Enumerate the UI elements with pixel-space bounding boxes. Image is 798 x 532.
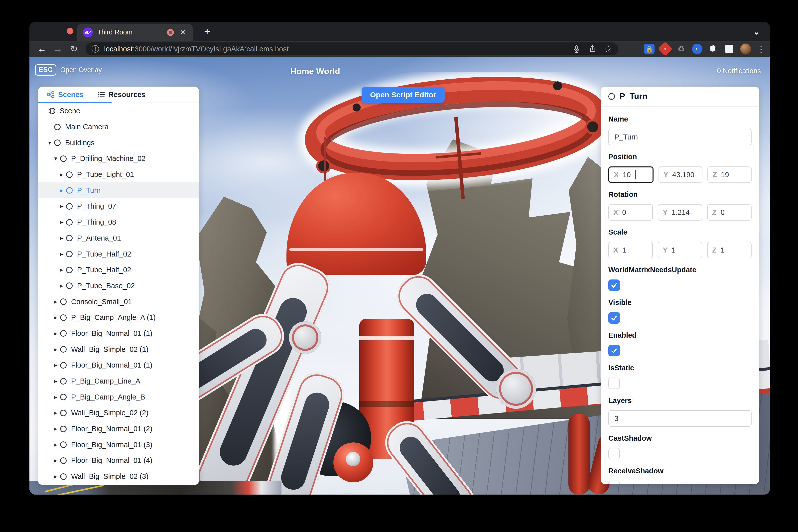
tree-row[interactable]: ▸ P_Big_Camp_Line_A	[38, 373, 199, 389]
tree-row[interactable]: ▾ P_Drilling_Machine_02	[38, 151, 199, 167]
expander-icon[interactable]: ▸	[59, 171, 64, 178]
document-extension-icon[interactable]: ◐	[692, 44, 702, 54]
name-input[interactable]	[608, 129, 752, 145]
tab-resources[interactable]: Resources	[98, 91, 146, 99]
password-extension-icon[interactable]: 🔒	[644, 44, 654, 54]
checkbox[interactable]	[608, 480, 620, 484]
globe-icon	[48, 107, 56, 115]
tree-row[interactable]: ▸ P_Tube_Half_02	[38, 246, 199, 262]
profile-avatar[interactable]	[740, 43, 751, 55]
red-pipe	[568, 414, 590, 495]
bookmark-star-icon[interactable]: ☆	[604, 44, 612, 54]
expander-icon[interactable]: ▸	[53, 378, 59, 384]
vector-input[interactable]: Y 43.190	[659, 167, 703, 183]
expander-icon[interactable]: ▸	[53, 441, 59, 448]
expander-icon[interactable]: ▸	[53, 425, 59, 432]
url-bar[interactable]: i localhost:3000/world/!vjrzmTVOcyIsLgaA…	[86, 42, 618, 55]
tree-row[interactable]: ▸ Wall_Big_Simple_02 (1)	[38, 341, 199, 357]
flag-label: ReceiveShadow	[608, 467, 752, 475]
reload-button[interactable]: ↻	[66, 44, 82, 54]
tree-row[interactable]: ▸ Wall_Big_Simple_02 (2)	[38, 405, 199, 421]
vector-input[interactable]: X 1	[608, 242, 653, 258]
checkbox[interactable]	[608, 448, 620, 459]
red-extension-icon[interactable]: •	[658, 41, 672, 56]
expander-icon[interactable]: ▸	[53, 299, 59, 305]
tree-row[interactable]: ▸ Floor_Big_Normal_01 (4)	[38, 453, 199, 469]
notifications-counter[interactable]: 0 Notifications	[717, 67, 761, 75]
close-window-button[interactable]	[67, 28, 73, 34]
tree-row[interactable]: ▸ Console_Small_01	[38, 294, 199, 310]
list-icon	[98, 91, 105, 98]
expander-icon[interactable]: ▸	[59, 266, 64, 273]
checkbox[interactable]	[608, 378, 620, 389]
node-circle-icon	[60, 394, 66, 400]
scale-label: Scale	[608, 228, 752, 236]
tree-row[interactable]: ▸ P_Antena_01	[38, 230, 199, 246]
tree-row[interactable]: ▸ P_Turn	[38, 183, 199, 198]
expander-icon[interactable]: ▸	[59, 251, 64, 258]
tree-row[interactable]: Main Camera	[38, 119, 199, 135]
tree-label: P_Tube_Half_02	[77, 250, 131, 258]
tree-row[interactable]: ▸ Wall_Big_Simple_02 (3)	[38, 469, 199, 484]
tree-row[interactable]: ▸ P_Tube_Base_02	[38, 278, 199, 294]
tree-row[interactable]: ▸ P_Big_Camp_Angle_A (1)	[38, 310, 199, 326]
tree-row[interactable]: ▸ P_Big_Camp_Angle_B	[38, 389, 199, 405]
new-tab-button[interactable]: +	[204, 26, 210, 36]
expander-icon[interactable]: ▸	[59, 219, 64, 226]
tree-row[interactable]: ▾ Buildings	[38, 135, 199, 151]
checkbox[interactable]	[608, 280, 620, 291]
open-script-editor-button[interactable]: Open Script Editor	[362, 87, 445, 103]
tree-row[interactable]: ▸ Floor_Big_Normal_01 (1)	[38, 357, 199, 373]
checkbox[interactable]	[608, 345, 620, 356]
tree-row[interactable]: ▸ Floor_Big_Normal_01 (2)	[38, 421, 199, 437]
tree-label: P_Big_Camp_Angle_A (1)	[71, 314, 156, 322]
forward-button[interactable]: →	[50, 44, 66, 54]
vector-input[interactable]: X 10	[608, 167, 653, 183]
tree-row[interactable]: Scene	[38, 103, 199, 119]
tree-row[interactable]: ▸ P_Thing_08	[38, 214, 199, 230]
expander-icon[interactable]: ▸	[59, 235, 64, 242]
expander-icon[interactable]: ▸	[53, 346, 59, 353]
recycle-extension-icon[interactable]: ♻	[676, 44, 686, 54]
tab-search-chevron-icon[interactable]: ⌄	[753, 27, 760, 36]
browser-menu-icon[interactable]: ⋮	[757, 44, 765, 54]
tab-scenes[interactable]: Scenes	[47, 91, 83, 99]
expander-icon[interactable]: ▸	[53, 394, 59, 400]
share-icon[interactable]	[588, 45, 597, 53]
node-circle-icon	[66, 251, 73, 257]
expander-icon[interactable]: ▾	[53, 155, 59, 162]
vector-value: 1	[721, 246, 725, 254]
sidebar-toggle-icon[interactable]	[724, 44, 734, 54]
expander-icon[interactable]: ▸	[53, 362, 59, 368]
expander-icon[interactable]: ▸	[53, 457, 59, 464]
back-button[interactable]: ←	[34, 44, 50, 54]
tree-row[interactable]: ▸ Floor_Big_Normal_01 (1)	[38, 326, 199, 342]
extensions-puzzle-icon[interactable]	[708, 44, 718, 54]
vector-input[interactable]: Z 0	[707, 204, 752, 221]
vector-input[interactable]: X 0	[608, 204, 653, 221]
flag-block: CastShadow	[608, 434, 752, 459]
microphone-icon[interactable]	[572, 45, 581, 53]
expander-icon[interactable]: ▸	[53, 330, 59, 337]
tree-row[interactable]: ▸ P_Tube_Light_01	[38, 167, 199, 183]
checkbox[interactable]	[608, 312, 620, 324]
vector-input[interactable]: Y 1	[658, 242, 702, 258]
expander-icon[interactable]: ▸	[53, 314, 59, 321]
vector-input[interactable]: Y 1.214	[658, 204, 702, 221]
vector-input[interactable]: Z 1	[707, 242, 752, 258]
tree-row[interactable]: ▸ P_Tube_Half_02	[38, 262, 199, 278]
tree-label: P_Thing_08	[77, 218, 116, 226]
expander-icon[interactable]: ▸	[59, 283, 64, 289]
tree-row[interactable]: ▸ Floor_Big_Normal_01 (3)	[38, 437, 199, 453]
layers-input[interactable]	[608, 410, 752, 427]
vector-input[interactable]: Z 19	[707, 167, 752, 183]
expander-icon[interactable]: ▸	[53, 410, 59, 416]
site-info-icon[interactable]: i	[92, 45, 99, 53]
tab-close-icon[interactable]: ✕	[178, 28, 187, 36]
expander-icon[interactable]: ▸	[53, 473, 59, 480]
expander-icon[interactable]: ▸	[59, 187, 64, 194]
expander-icon[interactable]: ▸	[59, 203, 64, 210]
tree-row[interactable]: ▸ P_Thing_07	[38, 198, 199, 214]
browser-tab[interactable]: Third Room ✕	[77, 24, 193, 41]
expander-icon[interactable]: ▾	[47, 139, 53, 146]
